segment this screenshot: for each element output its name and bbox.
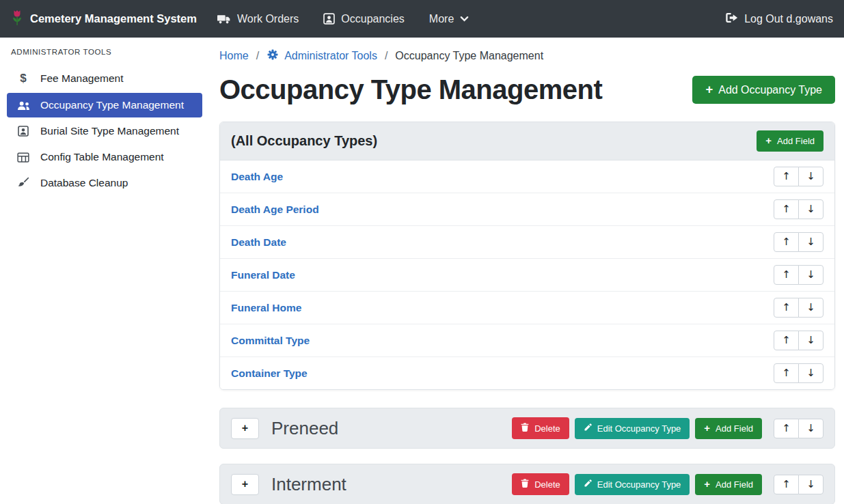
users-icon [15, 100, 31, 111]
nav-work-orders[interactable]: Work Orders [217, 13, 299, 25]
occupancy-type-section-interment: + Interment Delete [219, 464, 835, 504]
expand-button[interactable]: + [231, 418, 259, 439]
edit-occupancy-type-button[interactable]: Edit Occupancy Type [575, 474, 690, 495]
breadcrumb-separator: / [385, 50, 387, 62]
trash-icon [521, 423, 529, 434]
field-link-funeral-home[interactable]: Funeral Home [231, 302, 301, 314]
logout-icon [725, 12, 738, 26]
page-title: Occupancy Type Management [219, 74, 602, 105]
sidebar-item-config-table-management[interactable]: Config Table Management [7, 145, 202, 169]
field-link-death-date[interactable]: Death Date [231, 236, 286, 249]
occupancy-type-section-preneed: + Preneed Delete [219, 408, 835, 449]
move-up-button[interactable]: ↑ [774, 199, 799, 219]
breadcrumb-admin-tools-link[interactable]: Administrator Tools [267, 48, 377, 64]
app-brand[interactable]: Cemetery Management System [11, 9, 197, 29]
sidebar-header: ADMINISTRATOR TOOLS [7, 48, 202, 66]
field-link-funeral-date[interactable]: Funeral Date [231, 269, 295, 281]
chevron-down-icon [460, 16, 469, 22]
field-row: Funeral Date ↑ ↓ [220, 259, 834, 292]
main-content: Home / Administrator Tool [209, 38, 844, 504]
app-title: Cemetery Management System [30, 12, 197, 25]
field-link-death-age[interactable]: Death Age [231, 171, 283, 183]
plus-icon: + [704, 479, 710, 490]
field-row: Container Type ↑ ↓ [220, 357, 834, 389]
pencil-icon [584, 479, 592, 490]
reorder-buttons: ↑ ↓ [774, 363, 823, 383]
all-occupancy-types-header: (All Occupancy Types) + Add Field [220, 122, 834, 160]
reorder-buttons: ↑ ↓ [774, 199, 823, 219]
move-up-button[interactable]: ↑ [774, 363, 799, 383]
reorder-buttons: ↑ ↓ [774, 265, 823, 285]
field-row: Death Date ↑ ↓ [220, 226, 834, 259]
broom-icon [15, 177, 31, 189]
move-up-button[interactable]: ↑ [774, 232, 799, 252]
trash-icon [521, 479, 529, 490]
reorder-buttons: ↑ ↓ [774, 167, 823, 186]
sidebar-item-burial-site-type-management[interactable]: Burial Site Type Management [7, 119, 202, 143]
person-box-icon [323, 13, 335, 25]
nav-occupancies[interactable]: Occupancies [323, 13, 405, 25]
move-down-button[interactable]: ↓ [798, 331, 823, 350]
add-field-button[interactable]: + Add Field [695, 474, 762, 495]
reorder-buttons: ↑ ↓ [774, 419, 823, 438]
sidebar-item-database-cleanup[interactable]: Database Cleanup [7, 171, 202, 195]
move-up-button[interactable]: ↑ [774, 331, 799, 350]
plus-icon: + [704, 423, 710, 434]
section-actions: Delete Edit Occupancy Type + Add Field ↑ [512, 417, 823, 439]
logout-link[interactable]: Log Out d.gowans [725, 12, 833, 26]
add-field-button[interactable]: + Add Field [757, 130, 823, 152]
expand-button[interactable]: + [231, 474, 259, 495]
field-row: Funeral Home ↑ ↓ [220, 292, 834, 324]
breadcrumb-home-link[interactable]: Home [219, 50, 249, 62]
card-title: (All Occupancy Types) [231, 133, 377, 149]
move-up-button[interactable]: ↑ [774, 475, 799, 494]
field-link-committal-type[interactable]: Committal Type [231, 335, 310, 347]
person-box-icon [15, 126, 31, 137]
top-navbar: Cemetery Management System Work Orders [0, 0, 844, 38]
sidebar-item-occupancy-type-management[interactable]: Occupancy Type Management [7, 93, 202, 117]
occupancy-type-title: Interment [271, 474, 346, 495]
breadcrumb-current: Occupancy Type Management [395, 50, 543, 62]
truck-icon [217, 14, 231, 25]
gear-icon [267, 48, 279, 64]
delete-button[interactable]: Delete [512, 417, 569, 439]
delete-button[interactable]: Delete [512, 473, 569, 495]
move-down-button[interactable]: ↓ [798, 475, 823, 494]
add-field-button[interactable]: + Add Field [695, 418, 762, 439]
move-down-button[interactable]: ↓ [798, 199, 823, 219]
breadcrumb-separator: / [256, 50, 259, 62]
reorder-buttons: ↑ ↓ [774, 475, 823, 494]
plus-icon: + [765, 136, 772, 146]
field-link-container-type[interactable]: Container Type [231, 367, 308, 380]
move-up-button[interactable]: ↑ [774, 265, 799, 285]
field-link-death-age-period[interactable]: Death Age Period [231, 204, 319, 216]
pencil-icon [584, 423, 592, 434]
move-up-button[interactable]: ↑ [774, 419, 799, 438]
edit-occupancy-type-button[interactable]: Edit Occupancy Type [575, 418, 690, 439]
move-down-button[interactable]: ↓ [798, 298, 823, 318]
breadcrumb: Home / Administrator Tool [219, 48, 835, 64]
field-row: Death Age ↑ ↓ [220, 160, 834, 193]
all-occupancy-types-card: (All Occupancy Types) + Add Field Death … [219, 122, 835, 390]
section-actions: Delete Edit Occupancy Type + Add Field ↑ [512, 473, 823, 495]
flower-logo-icon [11, 9, 23, 29]
table-icon [15, 152, 31, 163]
move-down-button[interactable]: ↓ [798, 167, 823, 186]
move-up-button[interactable]: ↑ [774, 298, 799, 318]
move-up-button[interactable]: ↑ [774, 167, 799, 186]
main-nav: Work Orders Occupancies More [217, 13, 469, 25]
dollar-icon: $ [15, 72, 31, 85]
reorder-buttons: ↑ ↓ [774, 232, 823, 252]
nav-more[interactable]: More [429, 13, 469, 25]
add-occupancy-type-button[interactable]: + Add Occupancy Type [692, 76, 835, 103]
move-down-button[interactable]: ↓ [798, 265, 823, 285]
admin-tools-sidebar: ADMINISTRATOR TOOLS $ Fee Management Occ… [0, 38, 209, 504]
reorder-buttons: ↑ ↓ [774, 331, 823, 350]
move-down-button[interactable]: ↓ [798, 419, 823, 438]
field-row: Committal Type ↑ ↓ [220, 324, 834, 357]
sidebar-item-fee-management[interactable]: $ Fee Management [7, 66, 202, 92]
occupancy-type-title: Preneed [271, 418, 338, 439]
move-down-button[interactable]: ↓ [798, 363, 823, 383]
move-down-button[interactable]: ↓ [798, 232, 823, 252]
reorder-buttons: ↑ ↓ [774, 298, 823, 318]
